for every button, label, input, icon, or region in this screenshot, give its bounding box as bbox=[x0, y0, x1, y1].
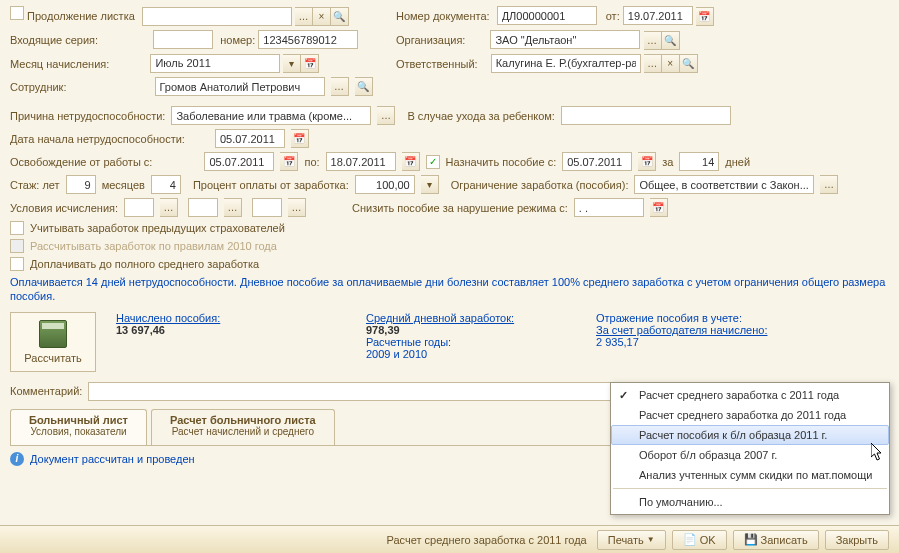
spinner-percent[interactable]: ▾ bbox=[421, 175, 439, 194]
btn-dots-cond1[interactable]: … bbox=[160, 198, 178, 217]
checkbox-prev-insurers[interactable] bbox=[10, 221, 24, 235]
calendar-icon-reduce[interactable]: 📅 bbox=[650, 198, 668, 217]
label-num: номер: bbox=[220, 34, 255, 46]
label-assign: Назначить пособие с: bbox=[446, 156, 557, 168]
link-avg[interactable]: Средний дневной заработок: bbox=[366, 312, 576, 324]
menu-turnover-2007[interactable]: Оборот б/л образца 2007 г. bbox=[611, 445, 889, 465]
input-percent[interactable] bbox=[355, 175, 415, 194]
label-series: Входящие серия: bbox=[10, 34, 98, 46]
calculate-button[interactable]: Рассчитать bbox=[10, 312, 96, 372]
menu-avg-pre2011[interactable]: Расчет среднего заработка до 2011 года bbox=[611, 405, 889, 425]
calendar-icon-assign[interactable]: 📅 bbox=[638, 152, 656, 171]
val-avg: 978,39 bbox=[366, 324, 576, 336]
val-years: 2009 и 2010 bbox=[366, 348, 576, 360]
val-accrued: 13 697,46 bbox=[116, 324, 346, 336]
input-series[interactable] bbox=[153, 30, 213, 49]
link-accrued[interactable]: Начислено пособия: bbox=[116, 312, 346, 324]
label-limit: Ограничение заработка (пособия): bbox=[451, 179, 629, 191]
btn-clear-resp[interactable]: × bbox=[662, 54, 680, 73]
checkbox-assign[interactable]: ✓ bbox=[426, 155, 440, 169]
btn-clear-continuation[interactable]: × bbox=[313, 7, 331, 26]
btn-dots-limit[interactable]: … bbox=[820, 175, 838, 194]
input-assign[interactable] bbox=[562, 152, 632, 171]
tab2-title: Расчет больничного листа bbox=[170, 414, 316, 426]
tab-calculation[interactable]: Расчет больничного листа Расчет начислен… bbox=[151, 409, 335, 445]
menu-default[interactable]: По умолчанию... bbox=[611, 492, 889, 512]
input-release-to[interactable] bbox=[326, 152, 396, 171]
menu-avg-2011[interactable]: Расчет среднего заработка с 2011 года bbox=[611, 385, 889, 405]
calendar-icon[interactable]: 📅 bbox=[696, 7, 714, 26]
input-months[interactable] bbox=[151, 175, 181, 194]
search-icon-emp[interactable]: 🔍 bbox=[355, 77, 373, 96]
input-emp[interactable] bbox=[155, 77, 325, 96]
calendar-icon-rto[interactable]: 📅 bbox=[402, 152, 420, 171]
search-icon-org[interactable]: 🔍 bbox=[662, 31, 680, 50]
print-button[interactable]: Печать▼ bbox=[597, 530, 666, 550]
footer-toolbar: Расчет среднего заработка с 2011 года Пе… bbox=[0, 525, 899, 553]
label-reduce: Снизить пособие за нарушение режима с: bbox=[352, 202, 568, 214]
input-month[interactable] bbox=[150, 54, 280, 73]
label-refl: Отражение пособия в учете: bbox=[596, 312, 889, 324]
btn-dots-cond2[interactable]: … bbox=[224, 198, 242, 217]
input-years[interactable] bbox=[66, 175, 96, 194]
calendar-icon-month[interactable]: 📅 bbox=[301, 54, 319, 73]
input-child[interactable] bbox=[561, 106, 731, 125]
menu-benefit-2011[interactable]: Расчет пособия к б/л образца 2011 г. bbox=[611, 425, 889, 445]
tab2-sub: Расчет начислений и среднего bbox=[170, 426, 316, 437]
input-num[interactable] bbox=[258, 30, 358, 49]
checkbox-2010-rules bbox=[10, 239, 24, 253]
tab-sick-leave[interactable]: Больничный лист Условия, показатели bbox=[10, 409, 147, 445]
menu-analysis[interactable]: Анализ учтенных сумм скидки по мат.помощ… bbox=[611, 465, 889, 485]
input-org[interactable] bbox=[490, 30, 640, 49]
checkbox-full-avg[interactable] bbox=[10, 257, 24, 271]
input-docnum[interactable] bbox=[497, 6, 597, 25]
btn-dots-resp[interactable]: … bbox=[644, 54, 662, 73]
label-emp: Сотрудник: bbox=[10, 81, 67, 93]
input-cond3[interactable] bbox=[252, 198, 282, 217]
btn-dots-reason[interactable]: … bbox=[377, 106, 395, 125]
search-icon-resp[interactable]: 🔍 bbox=[680, 54, 698, 73]
input-days[interactable] bbox=[679, 152, 719, 171]
input-start[interactable] bbox=[215, 129, 285, 148]
label-child: В случае ухода за ребенком: bbox=[407, 110, 555, 122]
search-icon[interactable]: 🔍 bbox=[331, 7, 349, 26]
input-reduce[interactable] bbox=[574, 198, 644, 217]
link-employer[interactable]: За счет работодателя начислено: bbox=[596, 324, 889, 336]
checkbox-continuation[interactable] bbox=[10, 6, 24, 20]
val-employer: 2 935,17 bbox=[596, 336, 889, 348]
ok-button[interactable]: 📄OK bbox=[672, 530, 727, 550]
close-button[interactable]: Закрыть bbox=[825, 530, 889, 550]
calendar-icon-rfrom[interactable]: 📅 bbox=[280, 152, 298, 171]
btn-dots-emp[interactable]: … bbox=[331, 77, 349, 96]
input-release-from[interactable] bbox=[204, 152, 274, 171]
input-cond1[interactable] bbox=[124, 198, 154, 217]
label-months: месяцев bbox=[102, 179, 145, 191]
input-reason[interactable] bbox=[171, 106, 371, 125]
label-cond: Условия исчисления: bbox=[10, 202, 118, 214]
input-resp[interactable] bbox=[491, 54, 641, 73]
print-menu-popup: Расчет среднего заработка с 2011 года Ра… bbox=[610, 382, 890, 515]
btn-dots-continuation[interactable]: … bbox=[295, 7, 313, 26]
info-icon: i bbox=[10, 452, 24, 466]
label-docnum: Номер документа: bbox=[396, 10, 490, 22]
input-limit[interactable] bbox=[634, 175, 814, 194]
tab1-sub: Условия, показатели bbox=[29, 426, 128, 437]
calendar-icon-start[interactable]: 📅 bbox=[291, 129, 309, 148]
footer-label: Расчет среднего заработка с 2011 года bbox=[387, 534, 587, 546]
label-reason: Причина нетрудоспособности: bbox=[10, 110, 165, 122]
label-years: Расчетные годы: bbox=[366, 336, 576, 348]
input-fromdate[interactable] bbox=[623, 6, 693, 25]
label-resp: Ответственный: bbox=[396, 57, 478, 69]
spinner-month[interactable]: ▾ bbox=[283, 54, 301, 73]
label-start: Дата начала нетрудоcпособности: bbox=[10, 133, 185, 145]
label-month: Месяц начисления: bbox=[10, 57, 109, 69]
label-release: Освобождение от работы с: bbox=[10, 156, 152, 168]
menu-separator bbox=[613, 488, 887, 489]
calc-btn-label: Рассчитать bbox=[24, 352, 81, 364]
input-cond2[interactable] bbox=[188, 198, 218, 217]
btn-dots-org[interactable]: … bbox=[644, 31, 662, 50]
input-continuation[interactable] bbox=[142, 7, 292, 26]
label-comment: Комментарий: bbox=[10, 385, 82, 397]
btn-dots-cond3[interactable]: … bbox=[288, 198, 306, 217]
save-button[interactable]: 💾Записать bbox=[733, 530, 819, 550]
